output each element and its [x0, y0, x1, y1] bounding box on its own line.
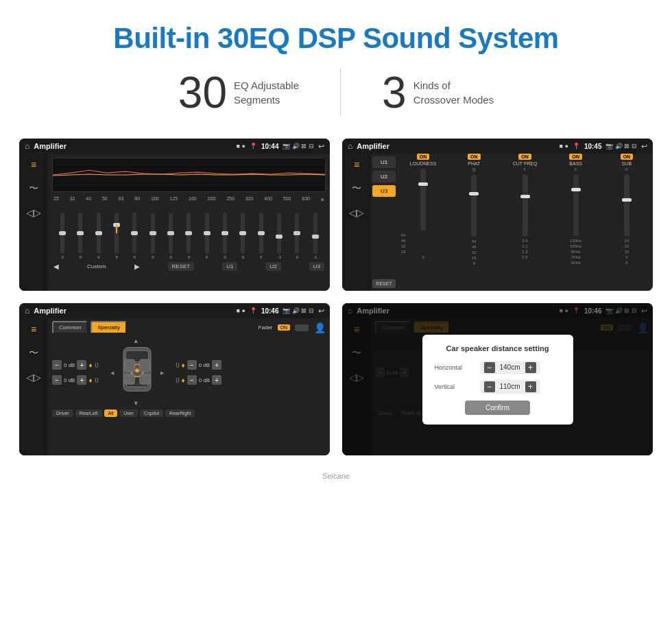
fr-db-val: 0 dB — [199, 362, 210, 368]
fader-slider[interactable] — [295, 324, 309, 331]
speaker-icon-2[interactable]: ◁▷ — [349, 207, 364, 218]
eq-icon-2[interactable]: ≡ — [354, 159, 359, 170]
svg-text:▲: ▲ — [132, 338, 139, 344]
vertical-input-group: − 110cm + — [480, 380, 540, 394]
fader-on-badge[interactable]: ON — [278, 324, 291, 331]
screen3-content: ≡ 〜 ◁▷ Common Specialty Fader ON 👤 — [19, 318, 330, 455]
sub-slider[interactable] — [624, 174, 629, 236]
speaker-icon-3[interactable]: ◁▷ — [26, 372, 41, 383]
fr-plus-btn[interactable]: + — [212, 360, 221, 370]
back-icon-3[interactable]: ↩ — [318, 307, 324, 315]
sidebar-1: ≡ 〜 ◁▷ — [19, 154, 48, 291]
fl-plus-btn[interactable]: + — [77, 360, 86, 370]
eq-slider-2: 0 — [90, 213, 108, 259]
phat-slider[interactable] — [471, 175, 477, 237]
tab-common-3[interactable]: Common — [52, 321, 88, 334]
sub-label: SUB — [622, 161, 632, 166]
reset-btn-1[interactable]: RESET — [168, 262, 195, 271]
preset-u1[interactable]: U1 — [372, 156, 396, 168]
rr-minus-btn[interactable]: − — [187, 375, 197, 385]
speaker-icon-1[interactable]: ◁▷ — [26, 207, 41, 218]
rearleft-btn[interactable]: RearLeft — [75, 409, 102, 417]
eq-slider-10: 0 — [234, 213, 252, 259]
loudness-slider[interactable] — [420, 169, 426, 230]
all-btn[interactable]: All — [104, 409, 118, 417]
rl-plus-btn[interactable]: + — [77, 375, 86, 385]
confirm-button[interactable]: Confirm — [465, 401, 530, 415]
rl-speaker-icon: ♦ — [88, 377, 92, 384]
rear-right-control: ⟨⟩ ♦ − 0 dB + — [176, 375, 222, 385]
eq-slider-11: 0 — [252, 213, 270, 259]
stat-eq: 30 EQ Adjustable Segments — [137, 71, 340, 115]
vertical-label: Vertical — [435, 383, 476, 390]
cutfreq-on[interactable]: ON — [518, 154, 531, 160]
cutfreq-slider[interactable] — [523, 174, 528, 236]
screen2-content: ≡ 〜 ◁▷ U1 U2 U3 RESET ON LOUDNESS — [342, 154, 653, 291]
eq-freq-labels: 2532405063 80100125160200 25032040050063… — [52, 196, 326, 203]
u2-btn[interactable]: U2 — [265, 262, 280, 271]
fr-arrows: ⟨⟩ — [176, 362, 180, 368]
vertical-plus-btn[interactable]: + — [525, 381, 536, 392]
time-1: 10:44 — [261, 143, 279, 150]
eq-slider-8: 0 — [198, 213, 216, 259]
eq-icon-3[interactable]: ≡ — [31, 324, 36, 335]
reset-btn-2[interactable]: RESET — [372, 279, 396, 288]
preset-u3[interactable]: U3 — [372, 185, 396, 197]
app-name-2: Amplifier — [357, 142, 555, 150]
app-name-1: Amplifier — [34, 142, 232, 150]
screen-eq: ⌂ Amplifier ■ ● 📍 10:44 📷 🔊 ⊠ ⊟ ↩ ≡ 〜 ◁▷ — [19, 139, 330, 291]
fr-minus-btn[interactable]: − — [187, 360, 197, 370]
eq-slider-3: 5 — [108, 213, 125, 259]
tab-specialty-3[interactable]: Specialty — [91, 321, 126, 334]
eq-icon-1[interactable]: ≡ — [31, 159, 36, 170]
home-icon-3[interactable]: ⌂ — [25, 306, 29, 315]
preset-u2[interactable]: U2 — [372, 171, 396, 182]
prev-icon[interactable]: ◀ — [53, 263, 59, 270]
stat-crossover: 3 Kinds of Crossover Modes — [341, 71, 535, 115]
rl-arrows: ⟨⟩ — [95, 377, 99, 383]
stat-crossover-desc: Kinds of Crossover Modes — [413, 78, 494, 107]
wave-icon-1[interactable]: 〜 — [29, 182, 38, 195]
screen-crossover: ⌂ Amplifier ■ ● 📍 10:45 📷 🔊 ⊠ ⊟ ↩ ≡ 〜 ◁▷… — [342, 139, 653, 291]
driver-btn[interactable]: Driver — [52, 409, 73, 417]
horizontal-plus-btn[interactable]: + — [525, 362, 536, 373]
u1-btn[interactable]: U1 — [222, 262, 237, 271]
sidebar-3: ≡ 〜 ◁▷ — [19, 318, 48, 455]
wave-icon-2[interactable]: 〜 — [352, 182, 361, 195]
svg-rect-14 — [124, 374, 134, 385]
fr-speaker-icon: ♦ — [182, 361, 185, 369]
fl-db-val: 0 dB — [64, 362, 75, 368]
rearright-btn[interactable]: RearRight — [165, 409, 195, 417]
watermark: Seicane — [322, 469, 350, 486]
bass-slider[interactable] — [573, 174, 579, 236]
bass-on[interactable]: ON — [569, 154, 582, 160]
next-icon[interactable]: ▶ — [134, 263, 140, 270]
loudness-on[interactable]: ON — [417, 154, 430, 160]
fl-minus-btn[interactable]: − — [52, 360, 62, 370]
wave-icon-3[interactable]: 〜 — [29, 347, 38, 359]
car-diagram: ▲ ◀ ▶ ▼ — [103, 338, 171, 407]
app-name-3: Amplifier — [34, 307, 232, 315]
horizontal-minus-btn[interactable]: − — [484, 362, 495, 373]
back-icon-2[interactable]: ↩ — [641, 142, 647, 151]
rr-plus-btn[interactable]: + — [212, 375, 221, 385]
back-icon-1[interactable]: ↩ — [318, 142, 324, 151]
sub-on[interactable]: ON — [621, 154, 634, 160]
svg-rect-13 — [139, 359, 149, 372]
mode-label: Custom — [87, 263, 106, 270]
svg-rect-12 — [124, 359, 134, 372]
rl-minus-btn[interactable]: − — [52, 375, 62, 385]
home-icon-2[interactable]: ⌂ — [348, 141, 352, 151]
time-2: 10:45 — [584, 143, 602, 150]
user-btn[interactable]: User — [119, 409, 138, 417]
phat-on[interactable]: ON — [468, 154, 481, 160]
home-icon-1[interactable]: ⌂ — [25, 141, 29, 151]
left-controls: − 0 dB + ♦ ⟨⟩ − 0 dB + ♦ ⟨⟩ — [52, 360, 99, 385]
eq-sliders: 0 0 0 — [52, 204, 326, 259]
eq-slider-14: -1 — [307, 213, 324, 259]
vertical-minus-btn[interactable]: − — [484, 381, 495, 392]
copilot-btn[interactable]: Copilot — [140, 409, 163, 417]
u3-btn[interactable]: U3 — [309, 262, 324, 271]
eq-slider-7: 0 — [180, 213, 197, 259]
fl-speaker-icon: ♦ — [88, 361, 92, 369]
